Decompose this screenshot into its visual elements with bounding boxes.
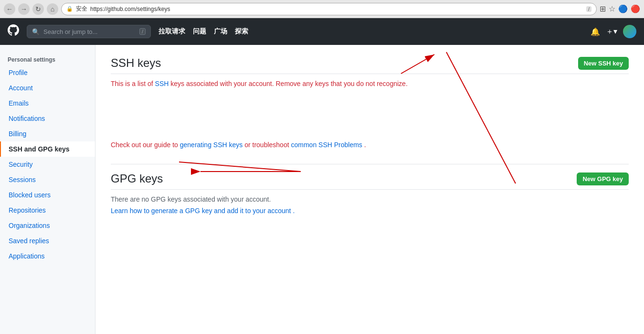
github-logo[interactable] [8,24,19,39]
ssh-link[interactable]: SSH [155,80,169,87]
sidebar-item-saved-replies[interactable]: Saved replies [0,233,95,248]
new-ssh-key-button[interactable]: New SSH key [578,57,629,70]
browser-actions: ⊞ ☆ 🔵 🔴 [600,4,640,13]
gpg-no-keys-text: There are no GPG keys associated with yo… [111,195,629,203]
browser-chrome: ← → ↻ ⌂ 🔒 安全 https://github.com/settings… [0,0,644,18]
translate-icon[interactable]: ⊞ [600,4,606,13]
nav-issues[interactable]: 问题 [193,27,206,36]
sidebar-item-notifications[interactable]: Notifications [0,111,95,126]
gpg-learn-link[interactable]: Learn how to generate a GPG key and add … [111,207,629,215]
plus-icon[interactable]: ＋▾ [606,27,617,37]
sidebar-item-billing[interactable]: Billing [0,126,95,141]
back-button[interactable]: ← [4,3,15,15]
nav-explore[interactable]: 探索 [235,27,248,36]
home-button[interactable]: ⌂ [47,3,58,15]
check-guide-text: Check out our guide to generating SSH ke… [111,141,629,149]
forward-button[interactable]: → [18,3,30,15]
check-end: . [364,141,366,149]
refresh-button[interactable]: ↻ [32,3,44,15]
gpg-section-header: GPG keys New GPG key [111,172,629,190]
gpg-section: GPG keys New GPG key There are no GPG ke… [111,164,629,215]
check-middle: or troubleshoot [244,141,291,149]
sidebar-item-sessions[interactable]: Sessions [0,172,95,187]
ssh-section-header: SSH keys New SSH key [111,56,629,74]
new-gpg-key-button[interactable]: New GPG key [577,172,629,185]
sidebar-item-security[interactable]: Security [0,157,95,172]
ssh-info-suffix: keys associated with your account. Remov… [169,80,407,87]
sidebar-item-applications[interactable]: Applications [0,248,95,264]
ssh-keys-empty-space [111,91,629,129]
sidebar-item-repositories[interactable]: Repositories [0,203,95,218]
common-ssh-problems-link[interactable]: common SSH Problems [291,141,362,149]
page-container: Personal settings Profile Account Emails… [0,45,644,334]
gpg-learn-prefix: Learn how to [111,207,151,215]
star-icon[interactable]: ☆ [609,4,615,13]
nav-pullrequest[interactable]: 拉取请求 [158,27,185,36]
gpg-title: GPG keys [111,172,163,185]
nav-links: 拉取请求 问题 广场 探索 [158,27,248,36]
slash-key: / [586,6,591,12]
sidebar: Personal settings Profile Account Emails… [0,45,95,334]
sidebar-item-account[interactable]: Account [0,80,95,96]
security-label: 安全 [76,5,87,13]
search-bar[interactable]: 🔍 Search or jump to... / [27,25,151,38]
extension-icon[interactable]: 🔵 [618,4,628,13]
sidebar-item-ssh-gpg[interactable]: SSH and GPG keys [0,141,95,157]
main-content: SSH keys New SSH key This is a list of S… [95,45,644,334]
header-right: 🔔 ＋▾ [591,25,636,38]
url-text: https://github.com/settings/keys [90,6,583,12]
ssh-title: SSH keys [111,56,161,70]
sidebar-item-organizations[interactable]: Organizations [0,218,95,233]
ssh-info-text: This is a list of SSH keys associated wi… [111,80,629,87]
ssh-info-prefix: This is a list of [111,80,155,87]
search-icon: 🔍 [32,28,40,35]
gpg-learn-link-text: generate a GPG key and add it to your ac… [151,207,291,215]
check-prefix: Check out our guide to [111,141,180,149]
sidebar-item-emails[interactable]: Emails [0,96,95,111]
sidebar-item-blocked-users[interactable]: Blocked users [0,187,95,203]
address-bar[interactable]: 🔒 安全 https://github.com/settings/keys / [61,3,597,15]
sidebar-item-profile[interactable]: Profile [0,65,95,80]
gpg-learn-end: . [293,207,295,215]
avatar[interactable] [623,25,636,38]
bell-icon[interactable]: 🔔 [591,27,600,36]
generating-ssh-keys-link[interactable]: generating SSH keys [180,141,243,149]
slash-shortcut: / [139,28,146,35]
search-placeholder: Search or jump to... [43,28,97,35]
nav-marketplace[interactable]: 广场 [214,27,227,36]
github-header: 🔍 Search or jump to... / 拉取请求 问题 广场 探索 🔔… [0,18,644,45]
security-icon: 🔒 [66,6,73,12]
sidebar-heading: Personal settings [0,53,95,65]
extension-icon2[interactable]: 🔴 [631,4,640,13]
